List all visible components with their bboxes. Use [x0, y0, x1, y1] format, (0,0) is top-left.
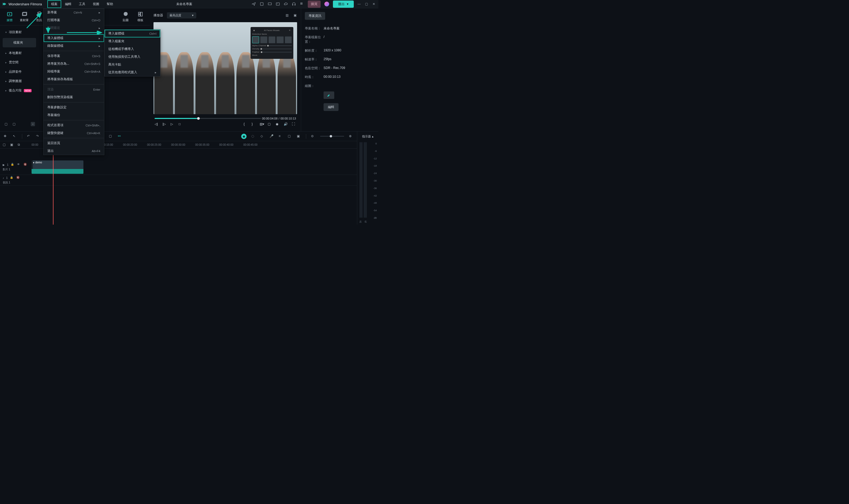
mic-icon[interactable]: 🎤	[270, 134, 274, 139]
submenu-import-other[interactable]: 從其他應用程式匯入▸	[105, 69, 160, 76]
menu-save[interactable]: 保存專案Ctrl+S	[43, 52, 104, 60]
menu-exit[interactable]: 退出Alt+F4	[43, 147, 104, 155]
submenu-highlight[interactable]: 高光卡點	[105, 61, 160, 69]
playhead[interactable]	[53, 149, 53, 224]
buy-button[interactable]: 購買	[308, 1, 321, 8]
submenu-import-media-file[interactable]: 導入媒體檔Ctrl+I	[105, 30, 160, 37]
render-icon[interactable]: ▣	[297, 134, 301, 139]
picture-icon[interactable]: ▣	[293, 13, 297, 17]
minimize-icon[interactable]: —	[358, 2, 361, 6]
stop-icon[interactable]: □	[179, 122, 183, 126]
mute-icon[interactable]: 🔇	[23, 163, 28, 167]
marker-icon[interactable]: ◇	[260, 134, 265, 139]
close-icon[interactable]: ✕	[373, 2, 376, 6]
face-thumb[interactable]	[269, 36, 275, 43]
lock-icon[interactable]: 🔒	[10, 176, 14, 180]
menu-file[interactable]: 檔案	[47, 0, 61, 8]
menu-open-project[interactable]: 打開專案Ctrl+O	[43, 16, 104, 24]
redo-icon[interactable]: ↷	[36, 134, 40, 139]
sidebar-item-project-media[interactable]: ▾項目素材	[0, 28, 39, 37]
sidebar-item-brand[interactable]: ▸品牌套件	[0, 67, 39, 76]
slider[interactable]	[267, 46, 292, 46]
menu-new-project[interactable]: 新專案Ctrl+N▸	[43, 8, 104, 16]
record-icon[interactable]: ▢	[288, 134, 292, 139]
thumbnail-edit-icon[interactable]	[324, 91, 334, 99]
slider[interactable]	[260, 49, 292, 49]
mark-out-icon[interactable]: }	[252, 122, 256, 126]
tab-template[interactable]: 模板	[133, 10, 148, 24]
menu-open-recent[interactable]: 打開最近▸	[43, 24, 104, 32]
menu-edit[interactable]: 編輯	[61, 0, 75, 8]
submenu-import-folder[interactable]: 導入檔案夾	[105, 37, 160, 45]
fullscreen-icon[interactable]: ⛶	[292, 122, 296, 126]
folder-icon[interactable]: ▢	[12, 122, 16, 126]
menu-view[interactable]: 視圖	[89, 0, 103, 8]
collapse-icon[interactable]: ‹	[31, 122, 35, 126]
export-button[interactable]: 匯出▾	[333, 1, 354, 8]
menu-record-media[interactable]: 錄製媒體檔▸	[43, 42, 104, 50]
prev-frame-icon[interactable]: ◁|	[155, 122, 159, 126]
zoom-in-icon[interactable]: ⊕	[349, 134, 353, 139]
face-thumb[interactable]	[252, 36, 259, 43]
zoom-slider[interactable]	[320, 136, 344, 137]
preview-scrubber[interactable]	[155, 118, 261, 119]
quality-select[interactable]: 最高品質▾	[167, 12, 196, 18]
sidebar-item-adjust[interactable]: ▸調整圖層	[0, 76, 39, 86]
user-avatar[interactable]	[324, 2, 329, 6]
submenu-import-camera[interactable]: 從相機或手機導入	[105, 45, 160, 53]
menu-render[interactable]: 渲染Enter	[43, 86, 104, 93]
play-icon[interactable]: ▷	[170, 122, 175, 126]
face-thumb[interactable]	[285, 36, 292, 43]
snapshot-icon[interactable]: ◉	[276, 122, 280, 126]
edit-button[interactable]: 編輯	[324, 103, 339, 111]
link-icon[interactable]: ⚯	[118, 134, 122, 139]
track-options-icon[interactable]: ▢	[3, 143, 7, 147]
voice-icon[interactable]: ◌	[251, 134, 256, 139]
submenu-import-lossless[interactable]: 使用無損剪切工具導入	[105, 53, 160, 61]
next-frame-icon[interactable]: |▷	[163, 122, 167, 126]
visibility-icon[interactable]: 👁	[17, 163, 21, 167]
ai-icon[interactable]: ◉	[241, 134, 247, 139]
menu-project-backup[interactable]: 專案備份	[43, 111, 104, 119]
video-clip[interactable]: ▸demo	[32, 160, 84, 174]
menu-import-media[interactable]: 導入媒體檔▸	[43, 34, 104, 42]
sidebar-item-folder[interactable]: 檔案夾	[3, 38, 36, 47]
tab-media[interactable]: 媒體	[2, 10, 17, 24]
maximize-icon[interactable]: ▢	[365, 2, 369, 6]
cloud-icon[interactable]	[284, 2, 288, 6]
menu-help[interactable]: 幫助	[103, 0, 117, 8]
image-icon[interactable]	[276, 2, 280, 6]
menu-project-settings[interactable]: 專案參數設定	[43, 104, 104, 111]
apps-icon[interactable]	[300, 2, 304, 6]
slider[interactable]	[261, 52, 292, 52]
headphones-icon[interactable]	[292, 2, 296, 6]
mask-icon[interactable]: ▢	[109, 134, 113, 139]
folder-add-icon[interactable]: ▢	[4, 122, 8, 126]
monitor-icon[interactable]: ▢	[268, 122, 272, 126]
face-thumb[interactable]	[260, 36, 267, 43]
close-icon[interactable]: ✕	[289, 29, 291, 32]
menu-save-as[interactable]: 將專案另存為...Ctrl+Shift+S	[43, 60, 104, 68]
select-tool-icon[interactable]: ✥	[4, 134, 8, 139]
menu-preferences[interactable]: 程式首選項Ctrl+Shift+,	[43, 121, 104, 129]
menu-archive[interactable]: 歸檔專案Ctrl+Shift+A	[43, 68, 104, 75]
ratio-icon[interactable]: ▤▾	[260, 122, 264, 126]
sidebar-item-cloud[interactable]: ▸雲空間	[0, 58, 39, 67]
menu-home[interactable]: 返回首頁	[43, 139, 104, 147]
menu-save-template[interactable]: 將專案保存為模板	[43, 75, 104, 83]
mosaic-panel[interactable]: ◆AI Faces Mosaic✕ Detection faces Alpha …	[251, 27, 293, 59]
update-icon[interactable]	[260, 2, 264, 6]
track-add-icon[interactable]: ▣	[10, 143, 15, 147]
zoom-out-icon[interactable]: ⊖	[311, 134, 315, 139]
menu-delete-render[interactable]: 刪除預覽渲染檔案	[43, 93, 104, 101]
mixer-icon[interactable]: ≡	[278, 134, 283, 139]
menu-tools[interactable]: 工具	[75, 0, 89, 8]
tab-stock[interactable]: 素材庫	[17, 10, 32, 24]
sidebar-item-local[interactable]: ▸本地素材	[0, 48, 39, 58]
undo-icon[interactable]: ↶	[27, 134, 31, 139]
magnet-icon[interactable]: ⧉	[18, 143, 22, 147]
sidebar-item-compound[interactable]: ▸復合片段NEW	[0, 86, 39, 95]
cursor-tool-icon[interactable]: ↖	[13, 134, 17, 139]
mute-icon[interactable]: 🔇	[16, 176, 21, 180]
menu-shortcuts[interactable]: 鍵盤快捷鍵Ctrl+Alt+K	[43, 129, 104, 137]
